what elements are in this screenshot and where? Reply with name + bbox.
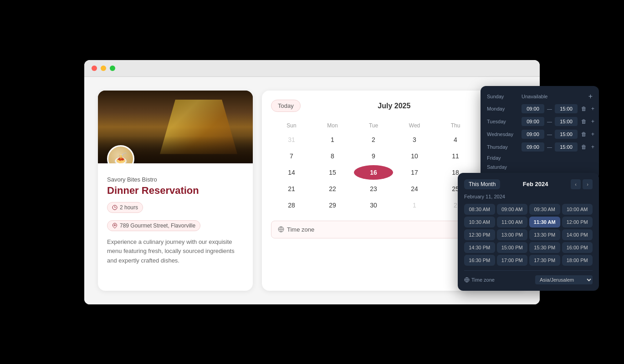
day-cell[interactable]: 22 [313, 182, 352, 196]
sunday-add-button[interactable]: + [588, 92, 593, 101]
tuesday-add-button[interactable]: + [590, 118, 595, 125]
time-slot[interactable]: 14:30 PM [464, 242, 495, 253]
thursday-end-input[interactable] [555, 142, 578, 152]
tp-timezone-select[interactable]: Asia/Jerusalem Europe/Paris America/New_… [535, 275, 593, 284]
tz-text: Time zone [287, 226, 314, 233]
time-slot[interactable]: 17:00 PM [497, 255, 528, 266]
duration-text: 2 hours [120, 204, 138, 211]
maximize-dot[interactable] [110, 66, 115, 71]
day-cell[interactable]: 30 [354, 198, 393, 212]
month-title: July 2025 [378, 102, 410, 110]
day-cell[interactable]: 17 [395, 165, 434, 180]
description: Experience a culinary journey with our e… [107, 238, 244, 266]
time-slot[interactable]: 17:30 PM [529, 255, 560, 266]
wednesday-row: Wednesday — 🗑 + [487, 130, 593, 139]
saturday-label: Saturday [487, 164, 519, 170]
hours-panel: Sunday Unavailable + Monday — 🗑 + Tuesda… [481, 86, 599, 180]
monday-delete-button[interactable]: 🗑 [580, 106, 588, 112]
time-slot[interactable]: 13:30 PM [529, 229, 560, 240]
browser-content: 🍝 Savory Bites Bistro Dinner Reservation… [84, 77, 540, 304]
day-cell-selected[interactable]: 16 [354, 165, 393, 180]
day-cell[interactable]: 1 [395, 198, 434, 212]
tuesday-end-input[interactable] [555, 117, 578, 126]
svg-point-1 [114, 224, 116, 226]
day-cell[interactable]: 10 [395, 149, 434, 163]
tp-prev-button[interactable]: ‹ [571, 179, 581, 189]
thursday-start-input[interactable] [522, 142, 544, 152]
tp-header: This Month Feb 2024 ‹ › [464, 179, 593, 189]
tp-next-button[interactable]: › [583, 179, 593, 189]
thursday-label: Thursday [487, 144, 519, 150]
wednesday-delete-button[interactable]: 🗑 [580, 131, 588, 137]
day-cell[interactable]: 3 [395, 132, 434, 147]
day-cell[interactable]: 11 [436, 149, 475, 163]
address-text: 789 Gourmet Street, Flavorville [120, 222, 195, 229]
day-cell[interactable]: 2 [354, 132, 393, 147]
card-body: Savory Bites Bistro Dinner Reservation 2… [98, 163, 253, 275]
time-slot[interactable]: 10:00 AM [562, 204, 593, 215]
monday-label: Monday [487, 106, 519, 111]
day-cell[interactable]: 31 [272, 132, 311, 147]
time-slot[interactable]: 15:30 PM [529, 242, 560, 253]
time-slot[interactable]: 16:30 PM [464, 255, 495, 266]
restaurant-image: 🍝 [98, 91, 253, 163]
timezone-label: Time zone [278, 226, 314, 233]
monday-add-button[interactable]: + [590, 106, 595, 112]
address-badge: 789 Gourmet Street, Flavorville [107, 220, 200, 231]
time-slot[interactable]: 16:00 PM [562, 242, 593, 253]
time-slot[interactable]: 11:00 AM [497, 217, 528, 228]
monday-end-input[interactable] [555, 104, 578, 113]
day-cell[interactable]: 23 [354, 182, 393, 196]
minimize-dot[interactable] [101, 66, 106, 71]
time-slot[interactable]: 09:30 AM [529, 204, 560, 215]
wednesday-add-button[interactable]: + [590, 131, 595, 137]
day-cell[interactable]: 21 [272, 182, 311, 196]
tp-month-title: Feb 2024 [523, 181, 548, 187]
time-slot[interactable]: 13:00 PM [497, 229, 528, 240]
day-cell[interactable]: 28 [272, 198, 311, 212]
wednesday-start-input[interactable] [522, 130, 544, 139]
tuesday-start-input[interactable] [522, 117, 544, 126]
time-slot[interactable]: 14:00 PM [562, 229, 593, 240]
wednesday-end-input[interactable] [555, 130, 578, 139]
day-cell[interactable]: 1 [313, 132, 352, 147]
tp-globe-icon [464, 277, 470, 283]
wednesday-label: Wednesday [487, 131, 519, 137]
day-cell[interactable]: 14 [272, 165, 311, 180]
restaurant-card: 🍝 Savory Bites Bistro Dinner Reservation… [98, 91, 253, 291]
thursday-delete-button[interactable]: 🗑 [580, 144, 588, 150]
day-cell[interactable]: 24 [395, 182, 434, 196]
day-cell[interactable]: 29 [313, 198, 352, 212]
thursday-add-button[interactable]: + [590, 144, 595, 150]
friday-label: Friday [487, 155, 519, 161]
time-slot[interactable]: 08:30 AM [464, 204, 495, 215]
today-button[interactable]: Today [271, 100, 301, 112]
day-cell[interactable]: 4 [436, 132, 475, 147]
duration-badge: 2 hours [107, 202, 143, 213]
time-slot[interactable]: 10:30 AM [464, 217, 495, 228]
monday-start-input[interactable] [522, 104, 544, 113]
time-slot[interactable]: 18:00 PM [562, 255, 593, 266]
sunday-row: Sunday Unavailable + [487, 92, 593, 101]
time-slot-active[interactable]: 11:30 AM [529, 217, 560, 228]
clock-icon [112, 205, 118, 210]
time-slot[interactable]: 12:00 PM [562, 217, 593, 228]
calendar-header: Today July 2025 ‹ › [271, 100, 517, 112]
close-dot[interactable] [92, 66, 97, 71]
day-cell[interactable]: 15 [313, 165, 352, 180]
tuesday-delete-button[interactable]: 🗑 [580, 118, 588, 125]
event-title: Dinner Reservation [107, 185, 244, 197]
day-cell[interactable]: 9 [354, 149, 393, 163]
title-bar [84, 60, 540, 77]
day-header-sun: Sun [271, 120, 312, 131]
dash-sep: — [547, 106, 552, 111]
time-slot[interactable]: 15:00 PM [497, 242, 528, 253]
tp-tz-label: Time zone [464, 277, 495, 283]
time-slot[interactable]: 09:00 AM [497, 204, 528, 215]
day-cell[interactable]: 8 [313, 149, 352, 163]
tuesday-label: Tuesday [487, 119, 519, 124]
this-month-button[interactable]: This Month [464, 179, 500, 189]
friday-row: Friday [487, 155, 593, 161]
time-slot[interactable]: 12:30 PM [464, 229, 495, 240]
day-cell[interactable]: 7 [272, 149, 311, 163]
